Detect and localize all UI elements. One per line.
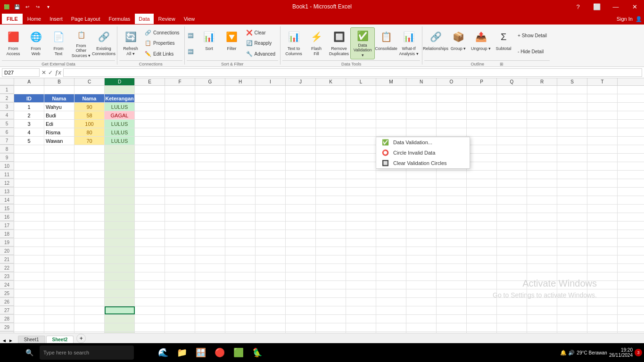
undo-btn[interactable]: ↩ — [23, 2, 32, 11]
cell-H25[interactable] — [225, 289, 256, 297]
cell-F2[interactable] — [165, 94, 195, 102]
cell-L13[interactable] — [346, 188, 376, 196]
cell-B29[interactable] — [44, 323, 74, 331]
cell-T20[interactable] — [587, 247, 618, 255]
cell-A21[interactable] — [14, 255, 44, 263]
cell-L16[interactable] — [346, 213, 376, 221]
cell-R26[interactable] — [527, 298, 557, 306]
cell-H17[interactable] — [225, 222, 256, 230]
cell-T11[interactable] — [587, 171, 618, 179]
cell-R13[interactable] — [527, 188, 557, 196]
cell-B26[interactable] — [44, 298, 74, 306]
cell-L30[interactable] — [346, 332, 376, 333]
col-I[interactable]: I — [256, 78, 286, 85]
cell-D1[interactable] — [105, 86, 135, 94]
cell-B2[interactable]: Nama — [44, 94, 74, 102]
notification-badge[interactable]: 3 — [635, 349, 642, 356]
cell-K22[interactable] — [316, 264, 346, 272]
cell-I14[interactable] — [256, 196, 286, 204]
cell-K30[interactable] — [316, 332, 346, 333]
cell-M25[interactable] — [376, 289, 406, 297]
cell-F6[interactable] — [165, 128, 195, 136]
cell-A24[interactable] — [14, 281, 44, 289]
cell-K5[interactable] — [316, 120, 346, 128]
cell-C12[interactable] — [74, 179, 105, 187]
cell-F18[interactable] — [165, 230, 195, 238]
cell-D12[interactable] — [105, 179, 135, 187]
cell-T26[interactable] — [587, 298, 618, 306]
cell-E25[interactable] — [135, 289, 165, 297]
cell-T7[interactable] — [587, 137, 618, 145]
cell-C24[interactable] — [74, 281, 105, 289]
cell-F22[interactable] — [165, 264, 195, 272]
cell-G16[interactable] — [195, 213, 225, 221]
cell-I21[interactable] — [256, 255, 286, 263]
cell-H22[interactable] — [225, 264, 256, 272]
from-web-button[interactable]: 🌐 FromWeb — [25, 27, 47, 59]
cell-Q17[interactable] — [497, 222, 527, 230]
cell-M11[interactable] — [376, 171, 406, 179]
cell-C11[interactable] — [74, 171, 105, 179]
cell-B9[interactable] — [44, 154, 74, 162]
cell-J20[interactable] — [286, 247, 316, 255]
cell-T18[interactable] — [587, 230, 618, 238]
sort-button[interactable]: 📊 Sort — [198, 27, 221, 59]
cell-C8[interactable] — [74, 145, 105, 153]
cell-O14[interactable] — [437, 196, 467, 204]
cell-J27[interactable] — [286, 306, 316, 314]
cell-F14[interactable] — [165, 196, 195, 204]
cell-I22[interactable] — [256, 264, 286, 272]
cell-P26[interactable] — [467, 298, 497, 306]
cell-F20[interactable] — [165, 247, 195, 255]
cell-R23[interactable] — [527, 272, 557, 280]
cell-K26[interactable] — [316, 298, 346, 306]
cell-F19[interactable] — [165, 239, 195, 247]
cell-Q19[interactable] — [497, 239, 527, 247]
cell-H9[interactable] — [225, 154, 256, 162]
cell-H15[interactable] — [225, 205, 256, 213]
cell-H1[interactable] — [225, 86, 256, 94]
cell-I7[interactable] — [256, 137, 286, 145]
review-menu[interactable]: Review — [155, 14, 179, 24]
cell-Q30[interactable] — [497, 332, 527, 333]
cell-T12[interactable] — [587, 179, 618, 187]
cell-R24[interactable] — [527, 281, 557, 289]
cell-N2[interactable] — [406, 94, 437, 102]
cell-E26[interactable] — [135, 298, 165, 306]
cell-F29[interactable] — [165, 323, 195, 331]
cell-A13[interactable] — [14, 188, 44, 196]
cell-B16[interactable] — [44, 213, 74, 221]
cell-M5[interactable] — [376, 120, 406, 128]
cell-K2[interactable] — [316, 94, 346, 102]
cell-G8[interactable] — [195, 145, 225, 153]
cell-S6[interactable] — [557, 128, 587, 136]
cell-G1[interactable] — [195, 86, 225, 94]
cell-O1[interactable] — [437, 86, 467, 94]
cell-L14[interactable] — [346, 196, 376, 204]
cell-G11[interactable] — [195, 171, 225, 179]
cell-R27[interactable] — [527, 306, 557, 314]
data-validation-menu-item[interactable]: ✅ Data Validation... — [376, 137, 470, 148]
cell-T30[interactable] — [587, 332, 618, 333]
cell-E1[interactable] — [135, 86, 165, 94]
cell-O18[interactable] — [437, 230, 467, 238]
cell-C10[interactable] — [74, 162, 105, 170]
cell-M22[interactable] — [376, 264, 406, 272]
search-icon[interactable]: 🔍 — [21, 344, 38, 361]
cell-P15[interactable] — [467, 205, 497, 213]
cell-J14[interactable] — [286, 196, 316, 204]
cell-M23[interactable] — [376, 272, 406, 280]
cell-F24[interactable] — [165, 281, 195, 289]
cell-B13[interactable] — [44, 188, 74, 196]
cell-E2[interactable] — [135, 94, 165, 102]
cell-T16[interactable] — [587, 213, 618, 221]
cell-O6[interactable] — [437, 128, 467, 136]
cell-I15[interactable] — [256, 205, 286, 213]
col-O[interactable]: O — [437, 78, 467, 85]
cell-C9[interactable] — [74, 154, 105, 162]
cell-M16[interactable] — [376, 213, 406, 221]
cell-H26[interactable] — [225, 298, 256, 306]
cell-N12[interactable] — [406, 179, 437, 187]
cell-K29[interactable] — [316, 323, 346, 331]
cell-J8[interactable] — [286, 145, 316, 153]
